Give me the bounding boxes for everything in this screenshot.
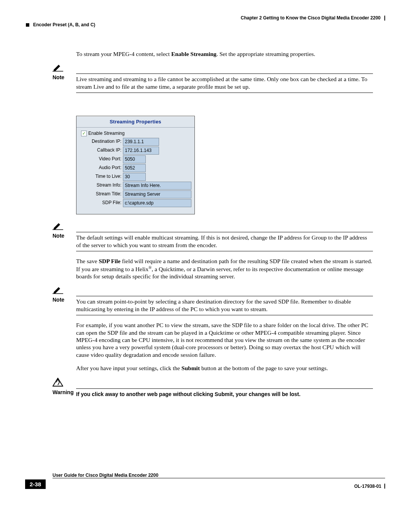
panel-title: Streaming Properties: [76, 116, 194, 128]
warning-label: Warning: [53, 388, 76, 395]
form-label: Video Port:: [80, 155, 123, 163]
paragraph-2-wrap: The save SDP File field will require a n…: [76, 257, 373, 280]
form-row: Video Port:5050: [80, 155, 192, 163]
header-section-text: Encoder Preset (A, B, and C): [33, 22, 95, 27]
form-row: Audio Port:5052: [80, 164, 192, 172]
form-row: SDP File:c:\capture.sdp: [80, 199, 192, 207]
paragraph-3: For example, if you want another PC to v…: [76, 321, 373, 358]
paragraph-4: After you have input your settings, clic…: [76, 364, 373, 372]
form-row: Callback IP:172.16.1.143: [80, 147, 192, 155]
panel-body: ✓ Enable Streaming Destination IP:239.1.…: [76, 128, 194, 214]
header-section-line: Encoder Preset (A, B, and C): [26, 22, 385, 27]
note-3: Note You can stream point-to-point by se…: [53, 296, 373, 315]
figure-wrap: Streaming Properties ✓ Enable Streaming …: [76, 116, 373, 214]
note-2-body: The default settings will enable multica…: [76, 232, 373, 251]
warning-icon: [53, 378, 411, 387]
p1-text-a: To stream your MPEG-4 content, select: [76, 51, 171, 57]
footer-doc-id: OL-17938-01: [354, 484, 381, 489]
registered-mark: ®: [148, 265, 151, 270]
square-bullet-icon: [26, 23, 29, 27]
p4-bold: Submit: [182, 365, 200, 371]
footer-doc-id-wrap: OL-17938-01: [354, 484, 385, 489]
footer-divider: [53, 478, 385, 478]
body-content: To stream your MPEG-4 content, select En…: [76, 50, 373, 58]
warning-body: If you click away to another web page wi…: [76, 388, 373, 400]
form-input[interactable]: 5052: [123, 164, 146, 172]
note-3-body: You can stream point-to-point by selecti…: [76, 296, 373, 315]
page-header: Chapter 2 Getting to Know the Cisco Digi…: [26, 15, 385, 27]
streaming-properties-panel: Streaming Properties ✓ Enable Streaming …: [76, 116, 195, 214]
note-2: Note The default settings will enable mu…: [53, 232, 373, 251]
form-label: Audio Port:: [80, 164, 123, 172]
footer-title: User Guide for Cisco Digital Media Encod…: [53, 473, 385, 478]
pencil-icon: [53, 64, 411, 72]
paragraphs-3-4: For example, if you want another PC to v…: [76, 321, 373, 372]
header-bar-icon: [384, 16, 385, 21]
form-input[interactable]: Streaming Server: [123, 190, 191, 198]
warning-row: Warning If you click away to another web…: [53, 388, 373, 400]
note-2-label: Note: [53, 232, 76, 239]
form-row: Stream Title:Streaming Server: [80, 190, 192, 198]
pencil-icon: [53, 222, 411, 230]
note-1: Note Live streaming and streaming to a f…: [53, 73, 373, 93]
form-input[interactable]: 239.1.1.1: [123, 138, 159, 146]
form-input[interactable]: 30: [123, 173, 146, 181]
footer-row: 2-38 OL-17938-01: [25, 479, 385, 489]
svg-marker-5: [54, 287, 60, 294]
form-input[interactable]: 5050: [123, 155, 146, 163]
p1-text-c: . Set the appropriate streaming properti…: [217, 51, 315, 57]
paragraph-1: To stream your MPEG-4 content, select En…: [76, 50, 373, 58]
form-label: Destination IP:: [80, 138, 123, 146]
form-input[interactable]: 172.16.1.143: [123, 147, 159, 155]
form-input[interactable]: c:\capture.sdp: [123, 199, 191, 207]
page-footer: User Guide for Cisco Digital Media Encod…: [25, 473, 385, 489]
form-row: Time to Live:30: [80, 173, 192, 181]
page: Chapter 2 Getting to Know the Cisco Digi…: [0, 0, 411, 500]
form-row: Stream Info:Stream Info Here.: [80, 182, 192, 190]
p4-a: After you have input your settings, clic…: [76, 365, 182, 371]
enable-streaming-row: ✓ Enable Streaming: [81, 131, 192, 136]
p1-bold: Enable Streaming: [171, 51, 217, 57]
svg-marker-3: [54, 223, 60, 230]
note-3-label: Note: [53, 296, 76, 303]
form-label: Stream Title:: [80, 190, 123, 198]
note-1-label: Note: [53, 73, 76, 80]
note-1-body: Live streaming and streaming to a file c…: [76, 73, 373, 93]
form-label: Callback IP:: [80, 147, 123, 155]
header-chapter-text: Chapter 2 Getting to Know the Cisco Digi…: [241, 15, 381, 21]
figure-container: Streaming Properties ✓ Enable Streaming …: [76, 116, 373, 214]
enable-streaming-label: Enable Streaming: [88, 131, 124, 136]
header-chapter-line: Chapter 2 Getting to Know the Cisco Digi…: [26, 15, 385, 21]
form-row: Destination IP:239.1.1.1: [80, 138, 192, 146]
form-label: Time to Live:: [80, 173, 123, 181]
enable-streaming-checkbox[interactable]: ✓: [81, 131, 87, 136]
p4-c: button at the bottom of the page to save…: [200, 365, 328, 371]
page-number: 2-38: [25, 479, 46, 489]
form-input[interactable]: Stream Info Here.: [123, 182, 191, 190]
p2-bold: SDP File: [99, 258, 120, 264]
pencil-icon: [53, 286, 411, 294]
svg-marker-1: [54, 65, 60, 71]
form-label: SDP File:: [80, 199, 123, 207]
footer-bar-icon: [384, 484, 385, 489]
paragraph-2: The save SDP File field will require a n…: [76, 257, 373, 280]
p2-a: The save: [76, 258, 99, 264]
form-label: Stream Info:: [80, 182, 123, 190]
